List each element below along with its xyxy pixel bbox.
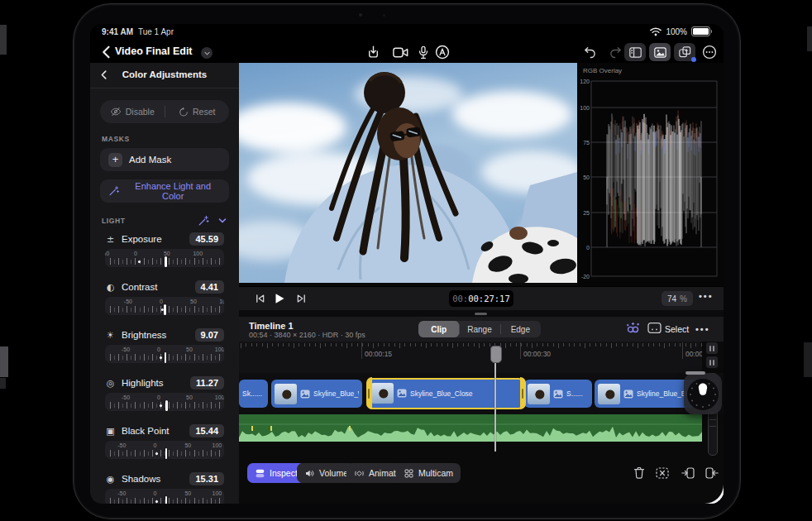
light-sliders: ±Exposure45.59-50050100◐Contrast4.41-500…: [90, 232, 239, 504]
add-mask-button[interactable]: + Add Mask: [100, 148, 229, 171]
timecode-display: 00:00:27:17: [449, 290, 513, 307]
timeline-more-icon[interactable]: •••: [695, 324, 710, 334]
inspect-icon: [255, 468, 265, 479]
drag-handle[interactable]: [475, 313, 487, 315]
redo-icon[interactable]: [607, 44, 623, 60]
media-browser-icon[interactable]: [649, 43, 671, 61]
mode-clip[interactable]: Clip: [418, 321, 459, 337]
add-mask-label: Add Mask: [129, 155, 171, 165]
effects-browser-icon[interactable]: [674, 43, 695, 61]
slider-thumb[interactable]: [164, 304, 166, 315]
enhance-button[interactable]: Enhance Light and Color: [100, 179, 229, 203]
annotate-icon[interactable]: [434, 44, 451, 60]
slider-track[interactable]: -50050100: [105, 297, 224, 315]
background-shape: [807, 26, 812, 51]
clip-thumbnail: [598, 384, 620, 404]
camera-icon[interactable]: [392, 44, 408, 60]
replace-clip-icon[interactable]: [655, 466, 669, 480]
collapse-chevron-icon[interactable]: [217, 216, 227, 226]
microphone-icon[interactable]: [415, 44, 432, 60]
background-shape: [804, 342, 812, 377]
select-button[interactable]: Select: [665, 324, 689, 334]
scope-waveform: [577, 63, 724, 286]
timeline-clip[interactable]: S......: [524, 380, 592, 408]
scale-label: -50: [105, 251, 109, 256]
clip-name: Skyline_Blue_Close: [410, 390, 473, 398]
disable-button[interactable]: Disable: [100, 107, 165, 117]
slider-thumb[interactable]: [165, 448, 168, 459]
scope-axis-label: 120: [579, 79, 590, 84]
slider-exposure: ±Exposure45.59-50050100: [90, 232, 239, 267]
slider-thumb[interactable]: [165, 352, 167, 363]
slider-value-box[interactable]: 11.27: [190, 376, 224, 390]
more-options-icon[interactable]: [701, 44, 718, 60]
slider-label: Brightness: [122, 330, 166, 340]
slider-track[interactable]: -50050100: [105, 489, 224, 504]
slider-value-box[interactable]: 4.41: [195, 280, 224, 294]
slider-track[interactable]: -50050100: [105, 249, 224, 267]
playhead-handle[interactable]: [490, 346, 502, 363]
slider-thumb[interactable]: [165, 256, 167, 267]
auto-enhance-icon[interactable]: [198, 215, 209, 227]
animate-icon: [354, 468, 365, 479]
slider-contrast: ◐Contrast4.41-50050100: [90, 280, 239, 315]
slider-track[interactable]: -50050100: [105, 441, 224, 459]
scope-axis-label: 75: [579, 140, 590, 146]
scale-label: 0: [157, 394, 160, 400]
mode-range[interactable]: Range: [459, 321, 499, 337]
jog-wheel-handle[interactable]: [685, 371, 705, 375]
slider-thumb[interactable]: [165, 400, 168, 411]
trim-handle-left[interactable]: [366, 377, 372, 409]
slider-value-box[interactable]: 15.44: [189, 424, 224, 437]
trim-handle-right[interactable]: [520, 377, 526, 409]
timeline-resize-strip[interactable]: [239, 310, 724, 317]
transport-bar: 00:00:27:17 74% •••: [239, 286, 724, 311]
disable-reset-control: Disable Reset: [100, 100, 229, 123]
timeline-clip[interactable]: Sk......: [239, 380, 268, 408]
insert-right-icon[interactable]: [705, 466, 719, 480]
inspector-toggle-icon[interactable]: [624, 43, 646, 61]
multicam-button[interactable]: Multicam: [396, 463, 461, 483]
slider-black-point: ▣Black Point15.44-50050100: [90, 424, 239, 459]
light-section-header: LIGHT: [102, 216, 227, 226]
magnetic-tool-icon[interactable]: [626, 322, 640, 338]
slider-thumb[interactable]: [165, 496, 168, 504]
slider-value-box[interactable]: 15.31: [189, 472, 224, 485]
video-viewer[interactable]: [239, 63, 577, 283]
track-height-alt-icon[interactable]: [706, 356, 718, 368]
slider-track[interactable]: -50050100: [105, 393, 224, 411]
next-frame-icon[interactable]: [294, 291, 308, 306]
overlay-view-icon[interactable]: [647, 322, 662, 337]
track-height-icon[interactable]: [706, 342, 718, 354]
play-icon[interactable]: [272, 291, 287, 306]
scope-axis-label: -20: [579, 274, 590, 280]
slider-value-box[interactable]: 9.07: [195, 328, 224, 342]
export-icon[interactable]: [365, 44, 381, 60]
mode-edge[interactable]: Edge: [500, 321, 541, 337]
viewer-zoom-button[interactable]: 74%: [662, 291, 693, 306]
project-title[interactable]: Video Final Edit: [115, 45, 193, 57]
timeline-ruler[interactable]: 00:00:1500:00:3000:00:45: [239, 342, 702, 373]
volume-icon: [304, 468, 315, 479]
back-icon[interactable]: [98, 44, 115, 60]
previous-frame-icon[interactable]: [252, 291, 267, 306]
slider-highlights: ◎Highlights11.27-50050100: [90, 376, 239, 411]
timeline-clip[interactable]: Skyline_Blue_Close: [366, 378, 525, 409]
background-shape: [0, 378, 6, 389]
scope-axis-label: 25: [579, 210, 590, 216]
bottom-toolbar: InspectVolumeAnimateMulticam: [239, 462, 724, 484]
panel-title: Color Adjustments: [90, 69, 239, 79]
insert-left-icon[interactable]: [681, 466, 695, 480]
jog-wheel[interactable]: [684, 373, 722, 414]
viewer-more-icon[interactable]: •••: [699, 291, 714, 301]
title-chevron-icon[interactable]: [201, 47, 213, 59]
timeline-header: Timeline 1 00:54 · 3840 × 2160 · HDR · 3…: [239, 317, 724, 342]
slider-track[interactable]: -50050100: [105, 345, 224, 363]
reset-button[interactable]: Reset: [165, 107, 230, 117]
status-bar: 9:41 AMTue 1 Apr 100%: [90, 24, 724, 41]
slider-value-box[interactable]: 45.59: [189, 232, 224, 246]
delete-icon[interactable]: [632, 466, 646, 480]
undo-icon[interactable]: [581, 44, 598, 60]
timeline-clip[interactable]: Skyline_Blue_Wide: [271, 380, 362, 408]
audio-track[interactable]: [239, 414, 702, 442]
